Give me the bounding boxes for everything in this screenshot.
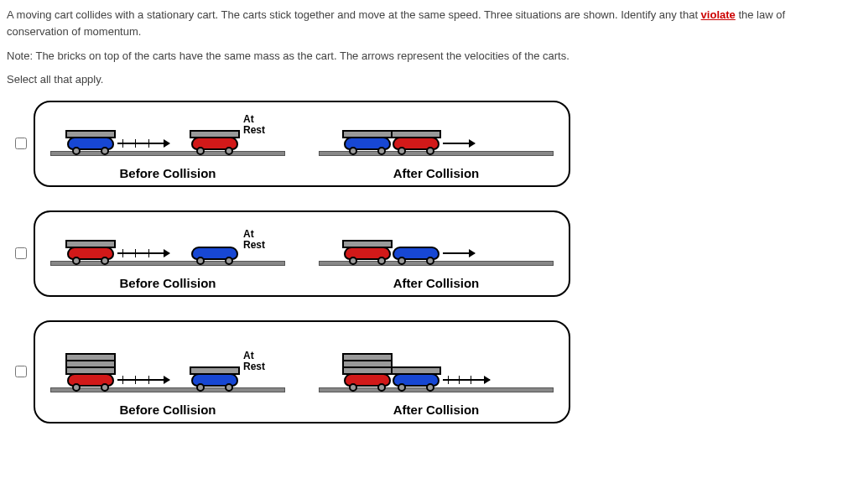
checkbox-wrap [7, 135, 34, 152]
collision-stage [319, 224, 554, 271]
situation-panel: At RestBefore CollisionAfter Collision [34, 101, 570, 187]
wheel [101, 383, 109, 392]
checkbox-wrap [7, 363, 34, 380]
before-scene: At RestBefore Collision [50, 224, 285, 290]
wheel [426, 147, 434, 155]
situation-panel: At RestBefore CollisionAfter Collision [34, 210, 570, 297]
wheel [398, 257, 406, 265]
brick [65, 366, 116, 375]
at-rest-label: At Rest [243, 351, 265, 372]
question-intro: A moving cart collides with a stationary… [7, 7, 846, 39]
answer-option: At RestBefore CollisionAfter Collision [7, 320, 846, 423]
brick-stack [344, 130, 391, 137]
wheel [349, 147, 357, 155]
velocity-arrow [117, 252, 169, 254]
velocity-arrow [117, 379, 169, 381]
velocity-arrow [443, 143, 475, 144]
before-scene: At RestBefore Collision [50, 114, 285, 180]
brick-stack [67, 353, 114, 373]
brick [342, 366, 393, 375]
at-rest-label: At Rest [243, 114, 265, 135]
brick-stack [344, 353, 391, 373]
after-scene: After Collision [319, 224, 554, 290]
cart-blue [67, 137, 114, 150]
wheel [196, 257, 205, 265]
wheel [72, 147, 81, 155]
collision-stage: At Rest [50, 224, 285, 271]
answer-option: At RestBefore CollisionAfter Collision [7, 101, 846, 187]
wheel [377, 257, 386, 265]
answer-checkbox[interactable] [15, 366, 27, 377]
wheel [72, 383, 81, 392]
after-caption: After Collision [319, 166, 554, 180]
at-rest-label: At Rest [243, 229, 265, 250]
cart-red [344, 247, 391, 260]
intro-text-a: A moving cart collides with a stationary… [7, 8, 701, 21]
answer-checkbox[interactable] [15, 247, 27, 259]
after-caption: After Collision [319, 403, 554, 417]
after-caption: After Collision [319, 276, 554, 290]
wheel [349, 383, 357, 392]
velocity-arrow [117, 143, 169, 144]
question-note: Note: The bricks on top of the carts hav… [7, 48, 846, 65]
brick-stack [67, 130, 114, 137]
velocity-arrow [443, 379, 490, 381]
collision-stage [319, 334, 554, 397]
cart-blue [191, 247, 238, 260]
before-caption: Before Collision [50, 276, 285, 290]
wheel [398, 147, 406, 155]
brick-stack [344, 240, 391, 247]
cart-red [393, 137, 440, 150]
wheel [225, 257, 233, 265]
brick [190, 130, 240, 138]
brick-stack [393, 130, 440, 137]
cart-red [67, 373, 114, 387]
cart-blue [393, 247, 440, 260]
wheel [426, 383, 434, 392]
answer-checkbox[interactable] [15, 138, 27, 149]
before-caption: Before Collision [50, 403, 285, 417]
before-caption: Before Collision [50, 166, 285, 180]
velocity-arrow [443, 252, 475, 254]
collision-stage: At Rest [50, 114, 285, 161]
before-scene: At RestBefore Collision [50, 334, 285, 417]
cart-red [67, 247, 114, 260]
brick [190, 366, 240, 375]
brick-stack [67, 240, 114, 247]
wheel [377, 383, 386, 392]
track [50, 387, 285, 392]
track [50, 151, 285, 156]
wheel [196, 147, 205, 155]
wheel [196, 383, 205, 392]
wheel [101, 147, 109, 155]
wheel [377, 147, 386, 155]
wheel [101, 257, 109, 265]
after-scene: After Collision [319, 114, 554, 180]
brick [391, 130, 441, 138]
violate-word: violate [701, 8, 736, 21]
brick [342, 240, 393, 248]
cart-blue [191, 373, 238, 387]
track [50, 261, 285, 266]
collision-stage [319, 114, 554, 161]
wheel [398, 383, 406, 392]
brick [342, 130, 393, 138]
wheel [225, 383, 233, 392]
brick-stack [393, 366, 440, 373]
wheel [72, 257, 81, 265]
brick [65, 130, 116, 138]
brick [391, 366, 441, 375]
cart-blue [393, 373, 440, 387]
brick [65, 240, 116, 248]
cart-red [191, 137, 238, 150]
after-scene: After Collision [319, 334, 554, 417]
select-all-label: Select all that apply. [7, 73, 846, 86]
brick-stack [191, 130, 238, 137]
wheel [349, 257, 357, 265]
brick-stack [191, 366, 238, 373]
answer-option: At RestBefore CollisionAfter Collision [7, 210, 846, 297]
wheel [225, 147, 233, 155]
collision-stage: At Rest [50, 334, 285, 397]
checkbox-wrap [7, 245, 34, 262]
situation-panel: At RestBefore CollisionAfter Collision [34, 320, 570, 423]
